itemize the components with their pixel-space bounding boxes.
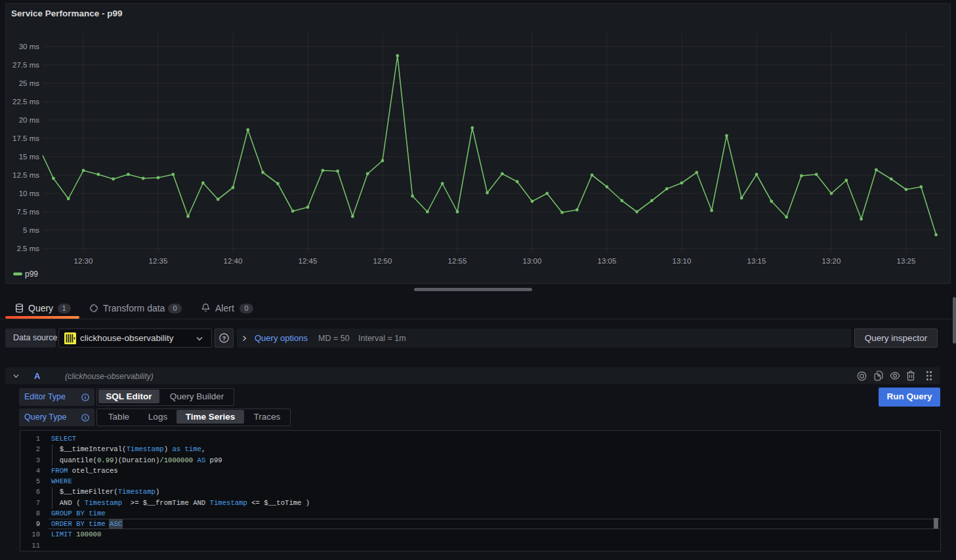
svg-text:27.5 ms: 27.5 ms: [12, 61, 39, 69]
svg-text:10 ms: 10 ms: [19, 190, 40, 197]
svg-text:25 ms: 25 ms: [19, 79, 40, 87]
svg-text:13:00: 13:00: [523, 257, 542, 265]
svg-text:13:20: 13:20: [822, 257, 841, 265]
svg-text:12.5 ms: 12.5 ms: [12, 171, 39, 179]
svg-text:p99: p99: [25, 270, 38, 279]
svg-text:13:05: 13:05: [598, 257, 617, 265]
svg-text:7.5 ms: 7.5 ms: [16, 208, 39, 216]
svg-text:12:30: 12:30: [74, 257, 93, 265]
svg-text:20 ms: 20 ms: [19, 116, 40, 124]
svg-text:5 ms: 5 ms: [23, 226, 39, 234]
svg-text:12:55: 12:55: [448, 257, 467, 265]
svg-text:12:50: 12:50: [373, 257, 392, 265]
svg-text:15 ms: 15 ms: [19, 153, 40, 161]
svg-text:12:45: 12:45: [299, 257, 318, 265]
svg-text:13:25: 13:25: [897, 257, 916, 265]
svg-text:17.5 ms: 17.5 ms: [12, 134, 39, 142]
svg-text:12:35: 12:35: [149, 257, 168, 265]
svg-text:2.5 ms: 2.5 ms: [16, 245, 39, 252]
svg-text:12:40: 12:40: [224, 257, 243, 265]
svg-text:13:15: 13:15: [747, 257, 766, 265]
svg-text:30 ms: 30 ms: [19, 43, 40, 50]
svg-text:22.5 ms: 22.5 ms: [12, 98, 39, 106]
svg-text:13:10: 13:10: [673, 257, 692, 265]
svg-text:?: ?: [222, 335, 226, 342]
